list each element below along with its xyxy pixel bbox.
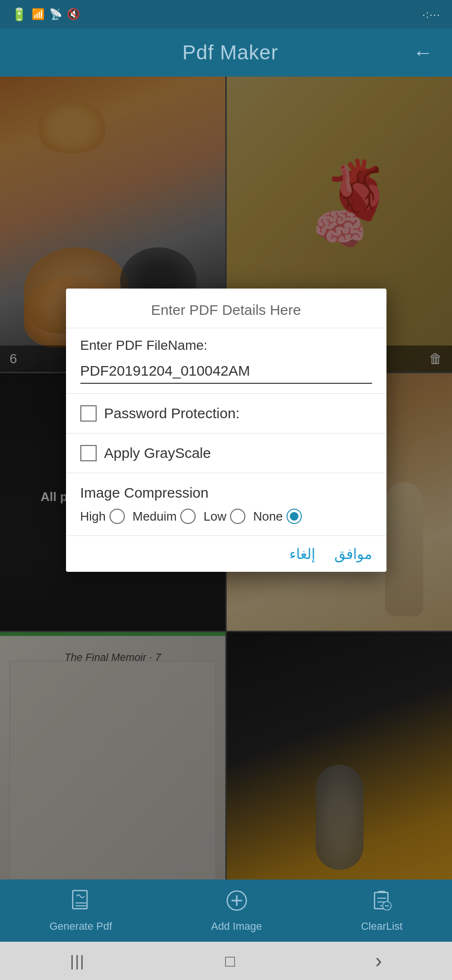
compression-none[interactable]: None [253,509,302,524]
bottom-bar: Generate Pdf Add Image [0,880,452,942]
compression-low-label: Low [203,509,226,524]
nav-bar: ||| □ › [0,942,452,980]
clear-list-label: ClearList [361,920,403,933]
add-image-button[interactable]: Add Image [211,889,262,933]
time-display: ·:··· [422,9,441,20]
status-bar-right: ·:··· [422,9,441,20]
signal-icon: 📶 [32,8,44,21]
password-label: Password Protection: [104,405,240,422]
mute-icon: 🔇 [67,8,80,21]
compression-medium-label: Meduim [132,509,176,524]
modal-dialog: Enter PDF Details Here Enter PDF FileNam… [66,289,386,572]
status-bar: 🔋 📶 📡 🔇 ·:··· [0,0,452,29]
compression-section: Image Compression High Meduim Low [66,473,386,536]
compression-medium-radio[interactable] [180,509,196,524]
clear-list-button[interactable]: ClearList [361,889,403,933]
compression-title: Image Compression [80,485,372,501]
content-area: 6 🗑 🫀 🧠 5 🗑 All praise [0,77,452,880]
ok-button[interactable]: موافق [334,546,372,562]
compression-options: High Meduim Low None [80,509,372,524]
compression-medium[interactable]: Meduim [132,509,196,524]
battery-icon: 🔋 [11,7,27,22]
page-wrapper: 🔋 📶 📡 🔇 ·:··· Pdf Maker ← 6 [0,0,452,980]
cancel-button[interactable]: إلغاء [289,546,315,562]
back-button[interactable]: ← [413,41,433,64]
nav-forward-button[interactable]: › [375,949,382,972]
generate-pdf-button[interactable]: Generate Pdf [49,889,112,933]
clear-list-icon [370,889,394,917]
compression-none-radio[interactable] [287,509,302,524]
filename-section: Enter PDF FileName: [66,328,386,394]
modal-overlay: Enter PDF Details Here Enter PDF FileNam… [0,77,452,880]
wifi-icon: 📡 [49,8,62,21]
nav-home-button[interactable]: □ [225,952,235,970]
compression-high[interactable]: High [80,509,125,524]
filename-label: Enter PDF FileName: [80,338,372,353]
add-image-label: Add Image [211,920,262,933]
compression-high-radio[interactable] [110,509,125,524]
generate-pdf-label: Generate Pdf [49,920,112,933]
modal-actions: إلغاء موافق [66,536,386,572]
status-bar-left: 🔋 📶 📡 🔇 [11,7,80,22]
app-bar: Pdf Maker ← [0,29,452,77]
password-checkbox[interactable] [80,405,97,422]
grayscale-checkbox[interactable] [80,445,97,461]
nav-recent-button[interactable]: ||| [70,952,85,970]
generate-pdf-icon [69,889,93,917]
compression-none-label: None [253,509,283,524]
grayscale-label: Apply GrayScale [104,445,211,461]
compression-low[interactable]: Low [203,509,245,524]
compression-low-radio[interactable] [230,509,245,524]
password-row: Password Protection: [66,394,386,434]
modal-title: Enter PDF Details Here [66,289,386,328]
grayscale-row: Apply GrayScale [66,434,386,473]
add-image-icon [225,889,249,917]
filename-input[interactable] [80,359,372,384]
app-title: Pdf Maker [182,41,278,64]
compression-high-label: High [80,509,106,524]
